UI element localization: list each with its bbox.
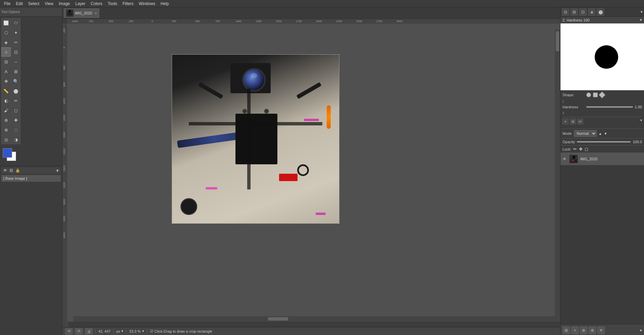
tool-dodge-burn[interactable]: ◑ <box>11 135 20 144</box>
tool-measure[interactable]: 📏 <box>1 86 11 96</box>
layers-lock-row: Lock: ✏ ✥ ◻ <box>560 146 644 153</box>
menu-image[interactable]: Image <box>56 1 72 7</box>
tool-free-select[interactable]: ⬡ <box>1 28 11 37</box>
tool-rectangle-select[interactable]: ⬜ <box>1 18 11 27</box>
tool-align[interactable]: ⊞ <box>11 67 20 76</box>
vscrollbar-thumb[interactable] <box>556 31 559 51</box>
menu-file[interactable]: File <box>1 1 13 7</box>
image-tab-close[interactable]: × <box>95 11 97 15</box>
tool-pencil[interactable]: ✏ <box>11 96 20 105</box>
mode-select[interactable]: Normal Multiply Screen Overlay <box>574 130 597 137</box>
print-button[interactable]: 🖨 <box>85 328 93 334</box>
units-select[interactable]: px ▾ <box>116 329 124 333</box>
svg-text:3000: 3000 <box>396 20 402 23</box>
tool-clone[interactable]: ⊕ <box>1 115 11 125</box>
tool-warp[interactable]: ⊟ <box>1 57 11 66</box>
right-panel-config-icon[interactable]: ▾ <box>641 10 643 14</box>
tool-transform[interactable]: ⊡ <box>11 47 20 57</box>
tool-fuzzy-select[interactable]: ✦ <box>11 28 20 37</box>
tool-blur[interactable]: ◌ <box>11 125 20 134</box>
menu-filters[interactable]: Filters <box>120 1 136 7</box>
color-swatch-area <box>0 146 62 166</box>
image-tab-img2020[interactable]: IMG_2020 × <box>64 8 99 18</box>
brush-panel-config[interactable]: ▾ <box>640 118 642 124</box>
opacity-slider[interactable] <box>577 141 631 143</box>
horizontal-scrollbar[interactable] <box>73 316 560 322</box>
right-panel-icon-1[interactable]: ⊟ <box>562 8 569 16</box>
ruler-top: -1000 -750 -500 -250 0 250 500 750 1000 … <box>68 19 560 24</box>
brush-preview-circle <box>595 45 618 69</box>
zoom-display[interactable]: 33.3 % ▾ <box>129 329 144 333</box>
tool-ellipse-select[interactable]: ⬭ <box>11 18 20 27</box>
canvas-area[interactable] <box>68 24 560 322</box>
menu-help[interactable]: Help <box>158 1 172 7</box>
svg-text:-200: -200 <box>63 28 66 34</box>
units-dropdown-arrow[interactable]: ▾ <box>121 329 123 333</box>
layer-entry-base-image[interactable]: [ Base Image ] <box>1 175 61 182</box>
right-panel-icon-4[interactable]: ◈ <box>588 8 595 16</box>
lock-position-icon[interactable]: ✥ <box>579 147 583 152</box>
brush-tab-list[interactable]: ≡ <box>562 118 569 124</box>
brush-tab-tags[interactable]: 🏷 <box>577 118 583 124</box>
tool-text[interactable]: A <box>1 67 11 76</box>
layer-eye-icon[interactable]: 👁 <box>562 157 567 162</box>
menu-select[interactable]: Select <box>25 1 42 7</box>
zoom-dropdown-arrow[interactable]: ▾ <box>142 329 144 333</box>
shape-circle-btn[interactable] <box>586 93 591 97</box>
tool-paintbrush[interactable]: 🖌 <box>1 106 11 115</box>
svg-text:400: 400 <box>63 65 66 70</box>
hardness-label: Hardness <box>562 105 584 109</box>
status-text: Click-Drag to draw a crop rectangle <box>155 329 212 333</box>
menu-colors[interactable]: Colors <box>88 1 105 7</box>
menu-tools[interactable]: Tools <box>105 1 120 7</box>
add-layer-icon[interactable]: ▾ <box>56 168 59 173</box>
tool-iscissors[interactable]: ✂ <box>11 38 20 47</box>
svg-text:2000: 2000 <box>316 20 322 23</box>
lock-alpha-icon[interactable]: ◻ <box>585 147 588 152</box>
brush-tab-grid[interactable]: ⊞ <box>570 118 576 124</box>
svg-text:-250: -250 <box>128 20 134 23</box>
right-panel-icon-3[interactable]: ⊡ <box>579 8 587 16</box>
tool-select-color[interactable]: ◈ <box>1 38 11 47</box>
menu-windows[interactable]: Windows <box>136 1 158 7</box>
right-panel-icon-2[interactable]: ⊞ <box>571 8 578 16</box>
layers-list: 👁 IMG_2020 <box>560 153 644 325</box>
brush-title-arrow[interactable]: ▾ <box>640 18 642 22</box>
delete-layer-btn[interactable]: ✕ <box>597 327 605 334</box>
menu-view[interactable]: View <box>42 1 56 7</box>
layers-footer-config[interactable]: ▾ <box>640 328 642 333</box>
vertical-scrollbar[interactable] <box>555 30 560 322</box>
tool-eraser[interactable]: ◻ <box>11 106 20 115</box>
new-layer-from-visible[interactable]: ⊞ <box>562 327 570 334</box>
tool-smudge[interactable]: ◎ <box>1 135 11 144</box>
tool-perspective-clone[interactable]: ⊗ <box>1 125 11 134</box>
tool-paint-bucket[interactable]: ⬤ <box>11 86 20 96</box>
anchor-layer-btn[interactable]: ⊗ <box>589 327 596 334</box>
undo-button[interactable]: ⟲ <box>65 328 72 334</box>
svg-text:2000: 2000 <box>63 132 66 138</box>
tool-flip[interactable]: ↔ <box>11 57 20 66</box>
statusbar: ⟲ ⟳ 🖨 42, 447 px ▾ 33.3 % ▾ ☑ Click-Drag… <box>62 327 560 335</box>
menu-edit[interactable]: Edit <box>13 1 25 7</box>
tool-blend[interactable]: ◐ <box>1 96 11 105</box>
mode-decrement[interactable]: ▼ <box>604 132 607 135</box>
menu-layer[interactable]: Layer <box>73 1 88 7</box>
tool-options-label: Tool Options <box>1 10 20 14</box>
foreground-color-swatch[interactable] <box>3 148 12 158</box>
tool-heal[interactable]: ✚ <box>11 115 20 125</box>
layer-row-img2020[interactable]: 👁 IMG_2020 <box>560 153 644 165</box>
drone-bl-motor <box>180 198 197 215</box>
mode-increment[interactable]: ▲ <box>599 132 602 135</box>
duplicate-layer-btn[interactable]: ⊕ <box>580 327 587 334</box>
hardness-slider[interactable] <box>586 106 633 108</box>
tool-zoom[interactable]: 🔍 <box>11 76 20 86</box>
redo-button[interactable]: ⟳ <box>75 328 83 334</box>
tool-crop[interactable]: ⊹ <box>1 47 11 57</box>
shape-square-btn[interactable] <box>593 93 598 97</box>
hscrollbar-thumb[interactable] <box>268 317 288 321</box>
right-panel-icon-5[interactable]: ⬤ <box>597 8 604 16</box>
new-layer-btn[interactable]: + <box>571 327 579 334</box>
shape-diamond-btn[interactable] <box>599 92 605 98</box>
tool-move[interactable]: ✥ <box>1 76 11 86</box>
lock-pixels-icon[interactable]: ✏ <box>573 147 577 152</box>
